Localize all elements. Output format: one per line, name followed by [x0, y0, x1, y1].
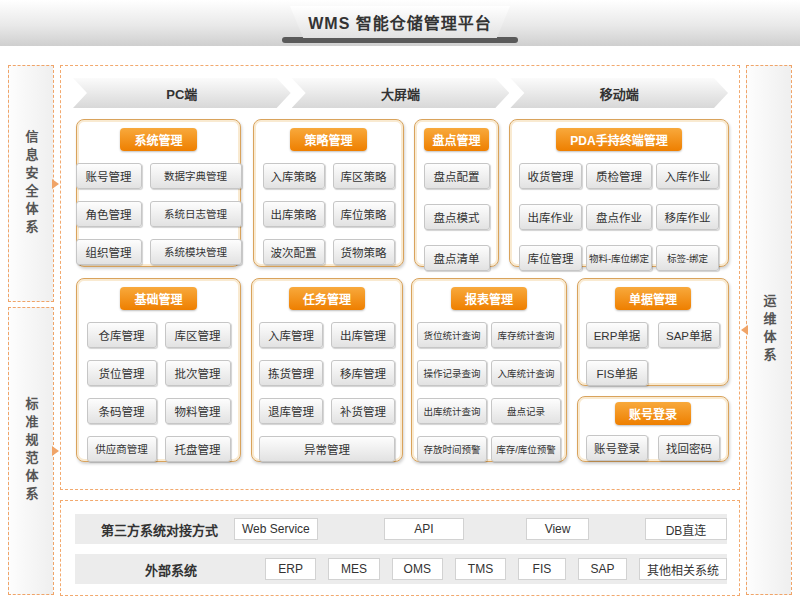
feature-button[interactable]: 出库作业 [519, 204, 582, 230]
feature-button[interactable]: 库区管理 [165, 322, 231, 348]
feature-button[interactable]: 货位统计查询 [417, 322, 487, 348]
module-title: 系统管理 [120, 128, 196, 151]
feature-button[interactable]: 物料管理 [165, 398, 231, 424]
module-title: 基础管理 [120, 287, 196, 310]
feature-button[interactable]: 出库策略 [263, 201, 325, 227]
feature-button[interactable]: 移库作业 [656, 204, 719, 230]
feature-button[interactable]: 质检管理 [586, 163, 652, 189]
feature-button[interactable]: 收货管理 [519, 163, 582, 189]
feature-button[interactable]: 波次配置 [263, 239, 325, 265]
feature-button[interactable]: 入库统计查询 [491, 360, 561, 386]
feature-button[interactable]: 角色管理 [76, 201, 142, 227]
feature-button[interactable]: 物料-库位绑定 [586, 245, 652, 271]
feature-button[interactable]: 操作记录查询 [417, 360, 487, 386]
feature-button[interactable]: 入库策略 [263, 163, 325, 189]
feature-button[interactable]: 货物策略 [333, 239, 395, 265]
feature-button[interactable]: 补货管理 [331, 398, 395, 424]
tab-mobile-client[interactable]: 移动端 [510, 78, 728, 108]
integration-panel: 第三方系统对接方式 Web Service API View DB直连 外部系统… [60, 500, 740, 596]
feature-button[interactable]: 入库作业 [656, 163, 719, 189]
module-box-pda: PDA手持终端管理 收货管理 质检管理 入库作业 出库作业 盘点作业 移库作业 … [509, 119, 729, 267]
feature-button[interactable]: 移库管理 [331, 360, 395, 386]
wms-architecture-page: WMS 智能仓储管理平台 信息安全体系 标准规范体系 运维体系 PC端 大屏端 … [0, 0, 800, 600]
feature-button[interactable]: 账号登录 [586, 435, 648, 461]
external-system-button[interactable]: OMS [392, 558, 443, 580]
module-box-task: 任务管理 入库管理 出库管理 拣货管理 移库管理 退库管理 补货管理 异常管理 [251, 278, 403, 462]
external-systems-row: 外部系统 ERP MES OMS TMS FIS SAP 其他相关系统 [75, 554, 727, 584]
feature-button[interactable]: 库存/库位预警 [491, 436, 561, 462]
external-system-button[interactable]: ERP [265, 558, 316, 580]
feature-button[interactable]: 盘点清单 [424, 245, 490, 271]
feature-button[interactable]: 出库统计查询 [417, 398, 487, 424]
feature-button[interactable]: 库位策略 [333, 201, 395, 227]
pillar-info-security: 信息安全体系 [8, 65, 54, 302]
module-title: 盘点管理 [424, 128, 488, 151]
feature-button[interactable]: 盘点记录 [491, 398, 561, 424]
client-banner-row: PC端 大屏端 移动端 [73, 78, 729, 108]
feature-button[interactable]: 盘点配置 [424, 163, 490, 189]
external-systems-label: 外部系统 [145, 560, 197, 579]
module-title: 账号登录 [615, 402, 691, 425]
feature-button[interactable]: FIS单据 [586, 360, 648, 386]
pillar-standards: 标准规范体系 [8, 307, 54, 595]
pillar-label: 信息安全体系 [22, 130, 41, 238]
module-box-stocktake: 盘点管理 盘点配置 盘点模式 盘点清单 [414, 119, 499, 267]
third-party-row: 第三方系统对接方式 Web Service API View DB直连 [75, 514, 727, 544]
integration-button[interactable]: View [526, 518, 589, 540]
feature-button[interactable]: 拣货管理 [259, 360, 323, 386]
module-title: PDA手持终端管理 [556, 128, 681, 151]
module-title: 单据管理 [615, 287, 691, 310]
feature-button[interactable]: 托盘管理 [165, 436, 231, 462]
module-title: 任务管理 [289, 287, 365, 310]
external-system-button[interactable]: SAP [578, 558, 627, 580]
feature-button[interactable]: 库位管理 [519, 245, 582, 271]
external-system-button[interactable]: MES [328, 558, 379, 580]
module-title: 策略管理 [290, 128, 366, 151]
integration-button[interactable]: API [384, 518, 464, 540]
feature-button[interactable]: 组织管理 [76, 239, 142, 265]
feature-button[interactable]: 异常管理 [259, 436, 395, 462]
feature-button[interactable]: 货位管理 [87, 360, 157, 386]
tab-bigscreen-client[interactable]: 大屏端 [292, 78, 510, 108]
feature-button[interactable]: 系统日志管理 [150, 201, 242, 227]
feature-button[interactable]: 系统模块管理 [150, 239, 242, 265]
third-party-label: 第三方系统对接方式 [101, 520, 218, 539]
pillar-operations: 运维体系 [746, 65, 792, 595]
external-system-button[interactable]: TMS [455, 558, 506, 580]
tab-pc-client[interactable]: PC端 [73, 78, 291, 108]
page-title: WMS 智能仓储管理平台 [290, 6, 510, 38]
feature-button[interactable]: 退库管理 [259, 398, 323, 424]
feature-button[interactable]: 盘点模式 [424, 204, 490, 230]
feature-button[interactable]: 盘点作业 [586, 204, 652, 230]
module-title: 报表管理 [451, 287, 527, 310]
integration-button[interactable]: DB直连 [645, 518, 727, 540]
feature-button[interactable]: 找回密码 [658, 435, 720, 461]
module-box-report: 报表管理 货位统计查询 库存统计查询 操作记录查询 入库统计查询 出库统计查询 … [411, 278, 567, 462]
feature-button[interactable]: SAP单据 [658, 322, 720, 348]
chevron-right-icon [52, 179, 59, 189]
feature-button[interactable]: 入库管理 [259, 322, 323, 348]
feature-button[interactable]: ERP单据 [586, 322, 648, 348]
integration-button[interactable]: Web Service [234, 518, 318, 540]
external-system-button[interactable]: 其他相关系统 [639, 558, 727, 580]
feature-button[interactable]: 条码管理 [87, 398, 157, 424]
feature-button[interactable]: 库存统计查询 [491, 322, 561, 348]
feature-button[interactable]: 供应商管理 [87, 436, 157, 462]
feature-button[interactable]: 标签-绑定 [656, 245, 719, 271]
module-box-documents: 单据管理 ERP单据 SAP单据 FIS单据 [577, 278, 729, 386]
module-box-login: 账号登录 账号登录 找回密码 [577, 396, 729, 462]
module-box-basic: 基础管理 仓库管理 库区管理 货位管理 批次管理 条码管理 物料管理 供应商管理… [76, 278, 241, 462]
chevron-left-icon [741, 325, 748, 335]
feature-button[interactable]: 出库管理 [331, 322, 395, 348]
chevron-right-icon [52, 446, 59, 456]
module-box-system: 系统管理 账号管理 数据字典管理 角色管理 系统日志管理 组织管理 系统模块管理 [76, 119, 241, 267]
feature-button[interactable]: 批次管理 [165, 360, 231, 386]
feature-button[interactable]: 仓库管理 [87, 322, 157, 348]
feature-button[interactable]: 数据字典管理 [150, 163, 242, 189]
feature-button[interactable]: 库区策略 [333, 163, 395, 189]
feature-button[interactable]: 账号管理 [76, 163, 142, 189]
external-system-button[interactable]: FIS [518, 558, 566, 580]
main-modules-panel: PC端 大屏端 移动端 系统管理 账号管理 数据字典管理 角色管理 系统日志管理… [60, 65, 740, 490]
pillar-label: 运维体系 [760, 294, 779, 366]
feature-button[interactable]: 存放时间预警 [417, 436, 487, 462]
